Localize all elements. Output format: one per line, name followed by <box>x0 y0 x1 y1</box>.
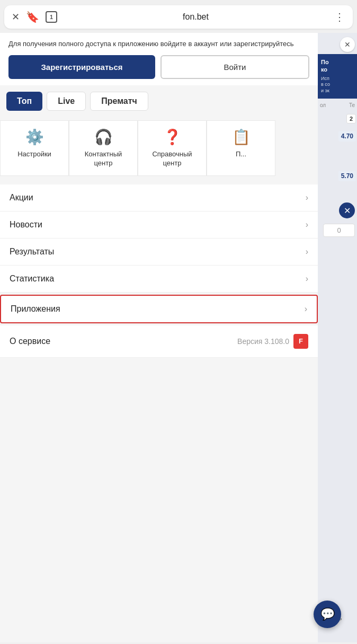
browser-url: fon.bet <box>64 12 328 22</box>
right-score-badge: 2 <box>346 114 356 123</box>
statistics-chevron-icon: › <box>306 274 308 284</box>
browser-tab-icon[interactable]: 1 <box>46 11 57 23</box>
statistics-label: Статистика <box>10 274 54 284</box>
left-panel: Для получения полного доступа к приложен… <box>0 33 318 642</box>
tab-bar: Топ Live Прематч <box>0 86 318 116</box>
service-icon-help[interactable]: ❓ Справочный центр <box>138 120 207 176</box>
empty-area <box>0 358 318 464</box>
auth-banner-text: Для получения полного доступа к приложен… <box>8 39 309 49</box>
auth-buttons: Зарегистрироваться Войти <box>8 55 309 79</box>
tab-top[interactable]: Топ <box>6 92 42 111</box>
more-icon: 📋 <box>232 128 251 146</box>
service-icon-settings[interactable]: ⚙️ Настройки <box>0 120 69 176</box>
right-table-header: ол Те <box>319 100 356 110</box>
auth-banner: Для получения полного доступа к приложен… <box>0 33 318 85</box>
apps-chevron-icon: › <box>305 304 307 314</box>
menu-item-promotions[interactable]: Акции › <box>0 184 318 211</box>
right-close-button[interactable]: ✕ <box>340 37 355 52</box>
about-label: О сервисе <box>10 337 50 346</box>
service-icon-contact[interactable]: 🎧 Контактный центр <box>69 120 138 176</box>
chat-icon: 💬 <box>320 607 335 621</box>
results-chevron-icon: › <box>306 247 308 257</box>
login-button[interactable]: Войти <box>160 55 309 79</box>
help-icon: ❓ <box>163 128 182 146</box>
promotions-label: Акции <box>10 193 33 202</box>
more-label: П... <box>236 150 246 159</box>
menu-item-apps[interactable]: Приложения › <box>0 295 318 323</box>
right-panel: ✕ Поко Испв сои эк ол Те 2 4.70 5.70 ✕ 0… <box>318 33 357 642</box>
settings-icon: ⚙️ <box>25 128 44 146</box>
about-right: Версия 3.108.0 F <box>237 334 308 349</box>
fon-logo-icon: F <box>293 334 308 349</box>
tab-prematch[interactable]: Прематч <box>90 92 148 111</box>
help-label: Справочный центр <box>144 150 201 168</box>
news-chevron-icon: › <box>306 220 308 230</box>
col-te: Те <box>349 102 355 108</box>
contact-icon: 🎧 <box>94 128 113 146</box>
right-coupon-close-button[interactable]: ✕ <box>339 202 355 218</box>
results-label: Результаты <box>10 247 54 257</box>
col-ol: ол <box>320 102 326 108</box>
service-icon-more[interactable]: 📋 П... <box>207 120 275 176</box>
service-icons-row: ⚙️ Настройки 🎧 Контактный центр ❓ Справо… <box>0 116 318 180</box>
version-text: Версия 3.108.0 <box>237 337 289 346</box>
menu-item-about[interactable]: О сервисе Версия 3.108.0 F <box>0 325 318 358</box>
menu-item-statistics[interactable]: Статистика › <box>0 266 318 293</box>
apps-label: Приложения <box>11 304 60 314</box>
promo-title: Поко <box>321 58 354 74</box>
menu-list: Акции › Новости › Результаты › Статистик… <box>0 184 318 358</box>
coupon-value: 0 <box>337 226 341 234</box>
right-promo-card: Поко Испв сои эк <box>318 54 357 99</box>
browser-bookmark-icon[interactable]: 🔖 <box>26 11 39 23</box>
browser-menu-icon[interactable]: ⋮ <box>334 11 345 23</box>
promotions-chevron-icon: › <box>306 193 308 202</box>
settings-label: Настройки <box>17 150 51 159</box>
chat-button[interactable]: 💬 <box>314 601 341 628</box>
main-layout: Для получения полного доступа к приложен… <box>0 33 357 642</box>
tab-live[interactable]: Live <box>47 92 86 111</box>
right-odd-value-2[interactable]: 5.70 <box>338 171 356 181</box>
menu-item-results[interactable]: Результаты › <box>0 239 318 266</box>
right-coupon-box: 0 <box>323 224 355 237</box>
browser-close-icon[interactable]: ✕ <box>12 11 20 23</box>
register-button[interactable]: Зарегистрироваться <box>8 55 155 79</box>
promo-text: Испв сои эк <box>321 76 354 94</box>
right-odd-value-1[interactable]: 4.70 <box>338 131 356 142</box>
browser-bar: ✕ 🔖 1 fon.bet ⋮ <box>4 5 353 29</box>
news-label: Новости <box>10 220 42 230</box>
contact-label: Контактный центр <box>75 150 132 168</box>
menu-item-news[interactable]: Новости › <box>0 211 318 239</box>
